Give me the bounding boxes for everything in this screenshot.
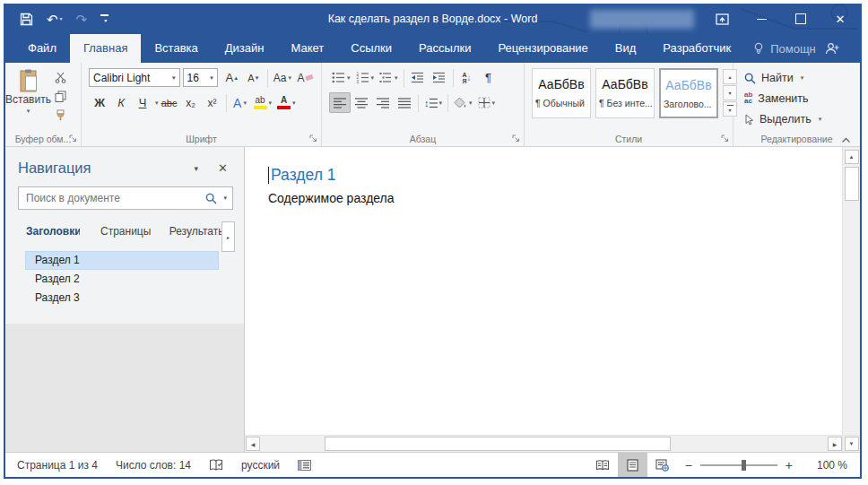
subscript-button[interactable]: x₂ — [180, 92, 202, 113]
strikethrough-button[interactable]: abc — [159, 92, 180, 113]
qat-customize-button[interactable]: ▾ — [100, 14, 108, 23]
clear-formatting-button[interactable]: A — [294, 67, 316, 88]
find-button[interactable]: Найти ▾ — [744, 69, 860, 87]
borders-button[interactable]: ▾ — [475, 92, 499, 113]
tab-insert[interactable]: Вставка — [141, 34, 211, 63]
underline-button[interactable]: Ч — [132, 92, 153, 113]
heading-item[interactable]: Раздел 3 — [25, 289, 219, 307]
nav-tab-headings[interactable]: Заголовки — [18, 221, 80, 242]
zoom-slider-handle[interactable] — [742, 460, 746, 471]
show-marks-button[interactable]: ¶ — [478, 67, 499, 88]
bold-button[interactable]: Ж — [89, 92, 110, 113]
scroll-up-button[interactable]: ▲ — [845, 150, 859, 164]
horizontal-scrollbar-thumb[interactable] — [325, 437, 671, 451]
horizontal-scrollbar[interactable]: ◀ ▶ ▼ — [245, 435, 860, 452]
copy-button[interactable] — [49, 89, 71, 104]
tab-references[interactable]: Ссылки — [337, 34, 405, 63]
grow-font-button[interactable]: A▲ — [221, 67, 243, 88]
tab-view[interactable]: Вид — [602, 34, 650, 63]
change-case-button[interactable]: Aa▾ — [271, 67, 294, 88]
word-count[interactable]: Число слов: 14 — [116, 459, 191, 472]
undo-button[interactable]: ↶▾ — [47, 13, 63, 26]
zoom-level[interactable]: 100 % — [801, 459, 860, 472]
select-button[interactable]: Выделить ▾ — [744, 110, 860, 128]
collapse-ribbon-button[interactable] — [841, 137, 851, 143]
search-icon[interactable] — [205, 193, 217, 204]
maximize-button[interactable] — [781, 4, 820, 34]
search-input[interactable] — [24, 191, 205, 205]
tab-home[interactable]: Главная — [70, 34, 141, 63]
redo-button[interactable]: ↷ — [76, 13, 88, 26]
vertical-scrollbar[interactable]: ▲ — [842, 147, 860, 435]
zoom-out-button[interactable]: − — [677, 458, 700, 472]
tell-me-box[interactable]: Помощн — [744, 34, 825, 63]
replace-button[interactable]: abac Заменить — [744, 90, 860, 108]
line-spacing-button[interactable]: ↕ ▾ — [421, 92, 445, 113]
vertical-scrollbar-thumb[interactable] — [845, 167, 859, 201]
align-right-button[interactable] — [372, 92, 394, 113]
styles-dialog-launcher[interactable] — [721, 134, 729, 143]
bullets-button[interactable]: ▾ — [329, 67, 353, 88]
read-mode-button[interactable] — [588, 453, 618, 477]
tab-file[interactable]: Файл — [14, 34, 70, 63]
font-name-combobox[interactable]: Calibri Light ▾ — [89, 68, 180, 87]
scroll-right-button[interactable]: ▶ — [828, 437, 842, 451]
ribbon-display-options-button[interactable] — [702, 4, 742, 34]
cut-button[interactable] — [49, 70, 71, 85]
justify-button[interactable] — [394, 92, 415, 113]
nav-tabs-expand-button[interactable]: ▸ — [221, 221, 235, 252]
format-painter-button[interactable] — [49, 108, 71, 123]
scroll-left-button[interactable]: ◀ — [246, 437, 260, 451]
superscript-button[interactable]: x² — [202, 92, 223, 113]
font-dialog-launcher[interactable] — [309, 134, 317, 143]
shrink-font-button[interactable]: A▼ — [243, 67, 265, 88]
search-options-chevron-icon[interactable]: ▾ — [223, 195, 227, 202]
save-button[interactable] — [20, 13, 33, 26]
print-layout-button[interactable] — [618, 453, 647, 477]
tab-layout[interactable]: Макет — [277, 34, 337, 63]
align-left-button[interactable] — [329, 92, 351, 113]
tab-mailings[interactable]: Рассылки — [405, 34, 484, 63]
clipboard-dialog-launcher[interactable] — [69, 134, 77, 143]
style-card-normal[interactable]: АаБбВв ¶ Обычный — [532, 68, 591, 118]
minimize-button[interactable] — [742, 4, 781, 34]
language-indicator[interactable]: русский — [241, 459, 280, 472]
increase-indent-button[interactable] — [429, 67, 450, 88]
paste-button[interactable]: Вставить ▾ — [7, 65, 49, 132]
pane-options-chevron-icon[interactable]: ▾ — [195, 164, 199, 173]
shading-button[interactable]: ▾ — [451, 92, 475, 113]
zoom-slider[interactable] — [700, 464, 777, 466]
pane-close-icon[interactable]: ✕ — [218, 161, 228, 175]
decrease-indent-button[interactable] — [407, 67, 429, 88]
text-effects-button[interactable]: А▾ — [230, 92, 251, 113]
align-center-button[interactable] — [351, 92, 372, 113]
horizontal-scrollbar-track[interactable] — [260, 436, 828, 452]
proofing-status-icon[interactable] — [209, 459, 223, 472]
heading-item[interactable]: Раздел 2 — [25, 270, 219, 289]
italic-button[interactable]: К — [110, 92, 132, 113]
style-card-heading[interactable]: АаБбВв Заголово... — [659, 68, 718, 118]
web-layout-button[interactable] — [647, 453, 677, 477]
document-page[interactable]: Раздел 1 Содержимое раздела — [245, 147, 842, 435]
macro-record-icon[interactable] — [298, 460, 311, 471]
multilevel-list-button[interactable]: ▾ — [377, 67, 401, 88]
page-indicator[interactable]: Страница 1 из 4 — [17, 459, 98, 472]
scroll-down-button[interactable]: ▼ — [845, 437, 859, 451]
close-button[interactable]: ✕ — [820, 4, 860, 34]
heading-item-selected[interactable]: Раздел 1 — [25, 251, 219, 270]
font-size-combobox[interactable]: 16 ▾ — [183, 68, 218, 87]
share-person-icon[interactable] — [825, 42, 840, 56]
font-color-button[interactable]: А ▾ — [274, 92, 299, 113]
numbering-button[interactable]: 123 ▾ — [353, 67, 378, 88]
nav-tab-results[interactable]: Результать — [161, 221, 222, 242]
tab-review[interactable]: Рецензирование — [484, 34, 601, 63]
zoom-in-button[interactable]: + — [777, 458, 801, 472]
style-card-no-spacing[interactable]: АаБбВв ¶ Без инте... — [595, 68, 655, 118]
tab-developer[interactable]: Разработчик — [649, 34, 744, 63]
nav-tab-pages[interactable]: Страницы — [92, 221, 151, 242]
chevron-down-icon[interactable]: ▾ — [155, 100, 159, 107]
paragraph-dialog-launcher[interactable] — [512, 134, 520, 143]
tab-design[interactable]: Дизайн — [212, 34, 278, 63]
sort-button[interactable]: АЯ ↓ — [456, 67, 478, 88]
highlight-color-button[interactable]: ab ▾ — [251, 92, 275, 113]
